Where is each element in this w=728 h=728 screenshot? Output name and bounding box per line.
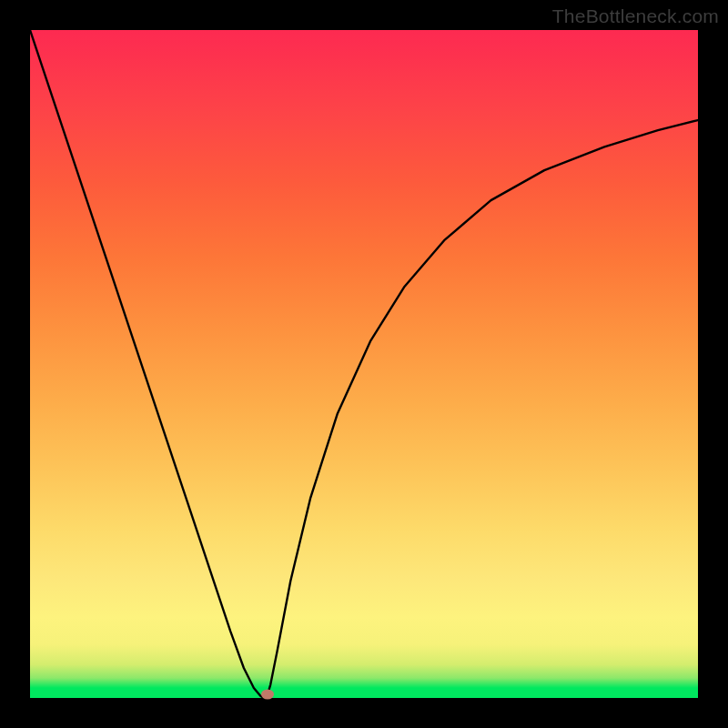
bottleneck-curve-svg	[30, 30, 698, 698]
plot-area	[30, 30, 698, 698]
chart-frame: TheBottleneck.com	[0, 0, 728, 728]
watermark-text: TheBottleneck.com	[552, 5, 719, 27]
bottleneck-curve-path	[30, 30, 698, 698]
minimum-marker	[261, 689, 274, 699]
